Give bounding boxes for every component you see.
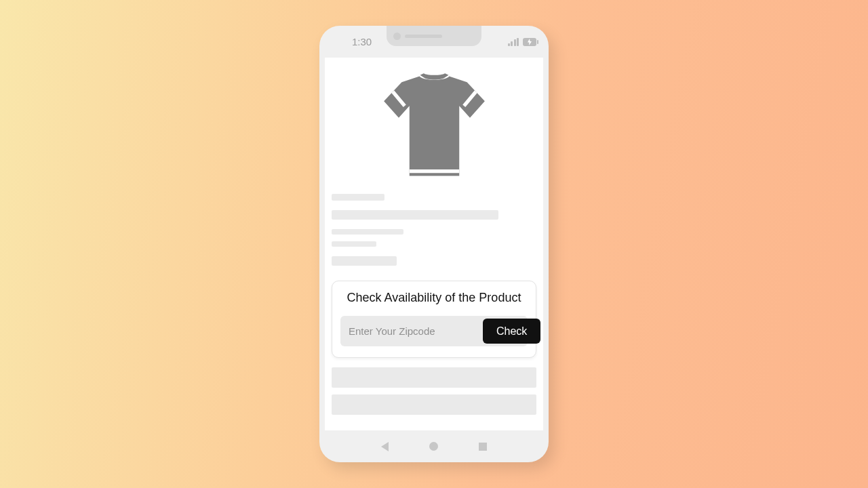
availability-card: Check Availability of the Product Check [332, 281, 536, 358]
status-right [508, 38, 537, 46]
phone-mockup: 1:30 [319, 26, 549, 462]
zipcode-input[interactable] [343, 319, 483, 344]
nav-recent-icon[interactable] [479, 443, 487, 451]
product-details-skeleton [325, 190, 543, 274]
nav-back-icon[interactable] [381, 442, 389, 451]
skeleton-line [332, 241, 376, 247]
phone-notch [387, 26, 481, 46]
skeleton-line [332, 256, 397, 266]
product-image [325, 58, 543, 190]
notch-speaker [405, 35, 442, 38]
zipcode-input-row: Check [340, 316, 528, 346]
skeleton-block [332, 367, 536, 388]
battery-charging-icon [523, 38, 536, 46]
skeleton-line [332, 229, 403, 235]
skeleton-line [332, 194, 384, 201]
app-screen: Check Availability of the Product Check [325, 58, 543, 430]
status-bar: 1:30 [319, 26, 549, 58]
signal-icon [508, 38, 519, 46]
nav-home-icon[interactable] [429, 442, 438, 451]
availability-title: Check Availability of the Product [340, 291, 528, 305]
skeleton-line [332, 210, 498, 220]
check-button[interactable]: Check [483, 319, 540, 344]
status-time: 1:30 [352, 36, 372, 47]
notch-camera [393, 33, 401, 40]
tshirt-icon [375, 64, 494, 183]
android-navbar [319, 430, 549, 462]
skeleton-block [332, 394, 536, 415]
